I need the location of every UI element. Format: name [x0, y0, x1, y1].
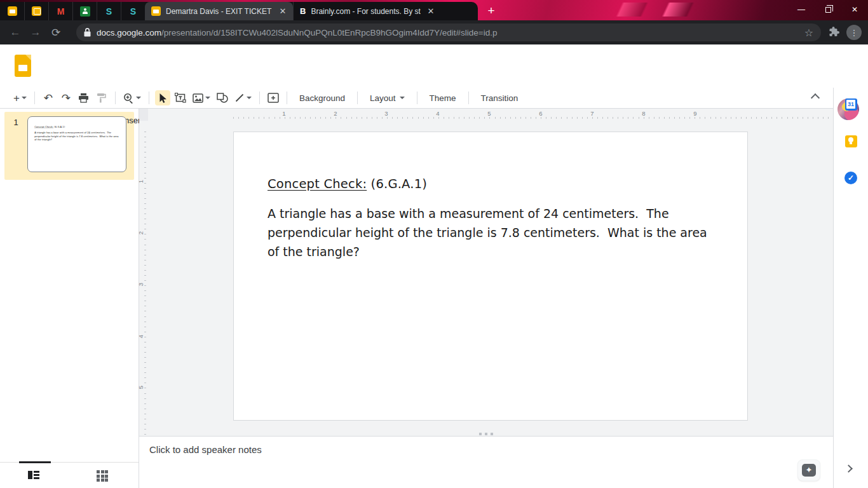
brainly-icon: B	[300, 6, 306, 16]
google-calendar-icon[interactable]: 31	[844, 98, 857, 111]
google-slides-logo-icon[interactable]	[15, 55, 31, 77]
bottom-right-rail	[833, 436, 868, 488]
explore-button[interactable]: ✦	[797, 459, 820, 481]
layout-button[interactable]: Layout	[362, 90, 412, 105]
slide-thumbnail-entry[interactable]: 1 Concept Check: (6.G.A.1) A triangle ha…	[4, 112, 134, 180]
cursor-arrow-icon	[158, 93, 167, 104]
slide-body-text[interactable]: A triangle has a base with a measurement…	[268, 204, 716, 261]
tab-title: Demartra Davis - EXIT TICKET 1	[166, 7, 273, 16]
speaker-notes-placeholder[interactable]: Click to add speaker notes	[149, 444, 262, 455]
toolbar-divider	[287, 92, 287, 104]
google-keep-icon[interactable]	[844, 135, 857, 147]
reload-button[interactable]: ⟳	[47, 24, 65, 41]
background-button[interactable]: Background	[292, 90, 353, 105]
filmstrip-view-button[interactable]	[28, 470, 39, 480]
schoology-icon: S	[106, 6, 112, 17]
theme-button[interactable]: Theme	[422, 90, 464, 105]
side-panel-rail: 31 ✓	[833, 88, 868, 436]
toolbar-divider	[34, 92, 35, 104]
tab-slides-document[interactable]: Demartra Davis - EXIT TICKET 1 ✕	[145, 2, 293, 20]
restore-icon	[825, 7, 831, 13]
slides-favicon-icon	[8, 6, 17, 16]
new-tab-button[interactable]: +	[483, 3, 499, 20]
redo-icon: ↷	[62, 93, 71, 104]
bookmark-star-icon[interactable]: ☆	[804, 27, 813, 39]
chevron-down-icon	[247, 97, 252, 99]
pinned-tab-gmail[interactable]: M	[48, 2, 72, 20]
slide-filmstrip-panel: 1 Concept Check: (6.G.A.1) A triangle ha…	[0, 109, 139, 436]
browser-menu-icon[interactable]: ⋮	[846, 25, 862, 40]
gmail-icon: M	[57, 6, 65, 17]
slides-favicon-icon	[151, 6, 161, 16]
url-path: /presentation/d/158ITCWu402lSduNnQuPQnL0…	[161, 28, 497, 37]
select-tool-button[interactable]	[155, 90, 170, 105]
pinned-tab-schoology-1[interactable]: S	[97, 2, 121, 20]
google-tasks-icon[interactable]: ✓	[844, 172, 857, 184]
pinned-tab-schoology-2[interactable]: S	[121, 2, 145, 20]
thumb-heading: Concept Check: (6.G.A.1)	[34, 125, 65, 128]
text-box-icon	[175, 93, 186, 103]
printer-icon	[78, 93, 89, 103]
slide-page[interactable]: Concept Check: (6.G.A.1) A triangle has …	[233, 132, 748, 421]
undo-button[interactable]: ↶	[41, 90, 56, 105]
schoology-icon: S	[130, 6, 136, 17]
pinned-tab-slides-1[interactable]	[0, 2, 24, 20]
tab-brainly[interactable]: B Brainly.com - For students. By st ✕	[293, 2, 441, 20]
zoom-in-icon	[123, 93, 134, 104]
window-minimize-button[interactable]: —	[788, 0, 815, 19]
print-button[interactable]	[76, 90, 92, 105]
slide-heading[interactable]: Concept Check: (6.G.A.1)	[268, 177, 427, 191]
tab-close-icon[interactable]: ✕	[278, 6, 288, 16]
slides-header: Demartra Davis - EXIT TICKET 1105 ☆ File…	[0, 44, 868, 88]
view-mode-bar	[0, 462, 139, 488]
tab-close-icon[interactable]: ✕	[426, 6, 436, 16]
tab-title: Brainly.com - For students. By st	[311, 7, 421, 16]
transition-button[interactable]: Transition	[473, 90, 526, 105]
filmstrip-footer	[0, 436, 139, 488]
insert-placeholder-button[interactable]	[266, 90, 281, 105]
pinned-tab-classroom[interactable]	[72, 2, 97, 20]
show-side-panel-button[interactable]	[845, 465, 851, 471]
slide-thumbnail[interactable]: Concept Check: (6.G.A.1) A triangle has …	[27, 116, 126, 172]
toolbar-divider	[115, 92, 116, 104]
insert-placeholder-icon	[268, 93, 279, 103]
image-icon	[193, 93, 203, 103]
paint-format-button[interactable]	[94, 90, 109, 105]
selected-view-indicator	[19, 461, 51, 463]
extensions-puzzle-icon[interactable]	[829, 27, 840, 38]
ruler-corner	[139, 109, 148, 121]
forward-button[interactable]: →	[27, 24, 44, 41]
redo-button[interactable]: ↷	[58, 90, 74, 105]
grid-view-button[interactable]	[97, 470, 108, 480]
slide-number: 1	[4, 116, 27, 172]
window-restore-button[interactable]	[815, 0, 841, 19]
plus-icon: +	[13, 93, 20, 104]
browser-tab-strip: M S S Demartra Davis - EXIT TICKET 1 ✕ B…	[0, 0, 868, 20]
window-controls: — ✕	[788, 0, 868, 19]
slide-heading-underlined: Concept Check:	[268, 177, 367, 191]
chevron-down-icon	[400, 97, 405, 99]
url-domain: docs.google.com	[97, 28, 161, 37]
speaker-notes-area[interactable]: Click to add speaker notes ✦	[139, 436, 833, 488]
thumb-body: A triangle has a base with a measurement…	[34, 131, 120, 142]
window-close-button[interactable]: ✕	[841, 0, 868, 19]
text-box-button[interactable]	[173, 90, 188, 105]
toolbar-divider	[259, 92, 260, 104]
toolbar-divider	[357, 92, 358, 104]
back-button[interactable]: ←	[6, 24, 24, 41]
new-slide-button[interactable]: +	[11, 90, 29, 105]
notes-resize-handle[interactable]	[479, 433, 493, 435]
tab-group: M S S Demartra Davis - EXIT TICKET 1 ✕ B…	[0, 2, 478, 20]
vertical-ruler: 1 2 3 4 5	[139, 121, 148, 436]
chevron-down-icon	[22, 97, 27, 99]
pinned-tab-slides-2[interactable]	[24, 2, 48, 20]
zoom-button[interactable]	[121, 90, 143, 105]
insert-shape-button[interactable]	[215, 90, 230, 105]
undo-icon: ↶	[44, 93, 53, 104]
toolbar-divider	[468, 92, 469, 104]
address-bar[interactable]: docs.google.com/presentation/d/158ITCWu4…	[76, 24, 821, 41]
insert-line-button[interactable]	[233, 90, 254, 105]
hide-menus-button[interactable]	[811, 92, 819, 100]
insert-image-button[interactable]	[191, 90, 212, 105]
slide-canvas[interactable]: 1 2 3 4 5 6 7 8 9 1 2 3 4 5	[139, 109, 833, 436]
